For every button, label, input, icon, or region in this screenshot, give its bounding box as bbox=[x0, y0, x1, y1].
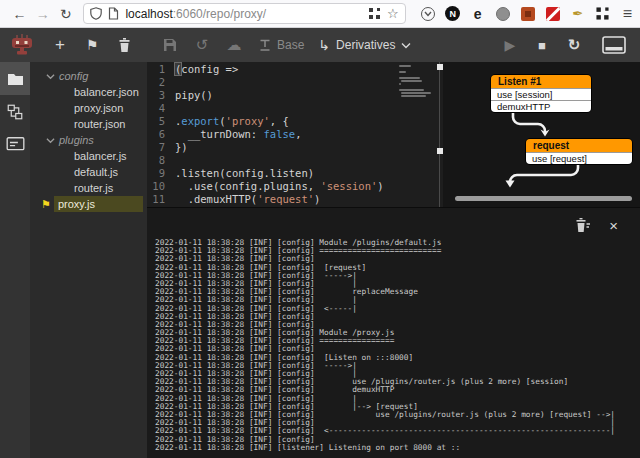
code-line[interactable]: 8 bbox=[147, 154, 437, 167]
restart-button[interactable]: ↻ bbox=[562, 33, 586, 57]
activity-rail bbox=[0, 62, 30, 458]
log-output: 2022-01-11 18:38:28 [INF] [config] Modul… bbox=[155, 239, 640, 458]
code-line[interactable]: 9.listen(config.listen) bbox=[147, 167, 437, 180]
flowchart-icon bbox=[6, 103, 24, 121]
tree-item[interactable]: router.json bbox=[30, 116, 147, 132]
upload-button[interactable]: ☁ bbox=[222, 33, 246, 57]
extension-grid[interactable] bbox=[595, 6, 611, 22]
branch-icon: ↳ bbox=[318, 37, 330, 53]
extension-blob[interactable] bbox=[495, 6, 511, 22]
flag-button[interactable]: ⚑ bbox=[80, 33, 104, 57]
clear-console-button[interactable] bbox=[574, 217, 591, 233]
code-lines: 1(config =>23pipy()45.export('proxy', {6… bbox=[147, 63, 437, 207]
code-line[interactable]: 4 bbox=[147, 102, 437, 115]
bookmark-star-icon[interactable]: ☆ bbox=[387, 7, 399, 20]
rail-tab-console[interactable] bbox=[0, 128, 30, 161]
save-button[interactable] bbox=[158, 33, 182, 57]
extension-shield[interactable] bbox=[420, 6, 436, 22]
tree-item[interactable]: default.js bbox=[30, 164, 147, 180]
diagram-node-row: use [request] bbox=[526, 152, 632, 164]
code-editor[interactable]: 1(config =>23pipy()45.export('proxy', {6… bbox=[147, 62, 437, 207]
console-window-icon bbox=[602, 36, 626, 54]
extension-red[interactable] bbox=[545, 6, 561, 22]
diagram-node-row: use [session] bbox=[491, 88, 591, 100]
app-toolbar: + ⚑ ↺ ☁ Base ↳ Derivatives ▶ ■ ↻ bbox=[0, 28, 640, 62]
file-tree: configbalancer.jsonproxy.jsonrouter.json… bbox=[30, 62, 147, 458]
diagram-node-2[interactable]: requestuse [request] bbox=[525, 138, 633, 165]
diagram-node-title: Listen #1 bbox=[491, 75, 591, 88]
folder-icon bbox=[7, 72, 24, 86]
stop-button[interactable]: ■ bbox=[530, 33, 554, 57]
shield-icon bbox=[90, 7, 102, 20]
save-icon bbox=[163, 38, 177, 52]
code-line[interactable]: 5.export('proxy', { bbox=[147, 115, 437, 128]
forward-button[interactable]: → bbox=[31, 3, 54, 25]
flag-icon: ⚑ bbox=[41, 199, 51, 210]
code-line[interactable]: 1(config => bbox=[147, 63, 437, 76]
back-button[interactable]: ← bbox=[8, 3, 31, 25]
play-button[interactable]: ▶ bbox=[498, 33, 522, 57]
page-icon bbox=[108, 7, 119, 20]
delete-button[interactable] bbox=[112, 33, 136, 57]
tree-item[interactable]: balancer.js bbox=[30, 148, 147, 164]
console-toggle-button[interactable] bbox=[600, 33, 628, 57]
url-bar[interactable]: localhost:6060/repo/proxy/ ☆ bbox=[83, 3, 405, 24]
extensions-row: N e ✒ bbox=[420, 6, 611, 22]
code-line[interactable]: 2 bbox=[147, 76, 437, 89]
tree-item-selected[interactable]: ⚑proxy.js bbox=[30, 196, 147, 212]
url-path: :6060/repo/proxy/ bbox=[173, 7, 266, 21]
close-console-button[interactable]: × bbox=[609, 218, 618, 233]
rail-tab-files[interactable] bbox=[0, 62, 30, 95]
app-logo-icon[interactable] bbox=[8, 33, 36, 57]
tree-item[interactable]: balancer.json bbox=[30, 84, 147, 100]
extension-quill[interactable]: ✒ bbox=[570, 6, 586, 22]
pipeline-diagram-panel: Listen #1use [session]demuxHTTP requestu… bbox=[443, 62, 640, 207]
code-line[interactable]: 11 .demuxHTTP('request') bbox=[147, 193, 437, 206]
code-line[interactable]: 7}) bbox=[147, 141, 437, 154]
code-line[interactable]: 6 __turnDown: false, bbox=[147, 128, 437, 141]
tree-section[interactable]: plugins bbox=[30, 132, 147, 148]
extension-e[interactable]: e bbox=[470, 6, 486, 22]
code-line[interactable]: 10 .use(config.plugins, 'session') bbox=[147, 180, 437, 193]
rail-tab-pipelines[interactable] bbox=[0, 95, 30, 128]
extension-n[interactable]: N bbox=[445, 6, 461, 22]
tree-item[interactable]: proxy.json bbox=[30, 100, 147, 116]
tree-item[interactable]: router.js bbox=[30, 180, 147, 196]
diagram-node-row: demuxHTTP bbox=[491, 100, 591, 112]
menu-button[interactable]: ≡ bbox=[623, 5, 632, 23]
code-line[interactable]: 3pipy() bbox=[147, 89, 437, 102]
reload-button[interactable]: ↻ bbox=[54, 3, 77, 25]
diagram-node-title: request bbox=[526, 139, 632, 152]
url-host: localhost bbox=[125, 7, 172, 21]
derivatives-dropdown[interactable]: ↳ Derivatives bbox=[318, 37, 411, 53]
browser-chrome: ← → ↻ localhost:6060/repo/proxy/ ☆ N e ✒… bbox=[0, 0, 640, 28]
trash-icon bbox=[118, 38, 131, 53]
diagram-scrollbar[interactable] bbox=[455, 196, 632, 201]
base-button[interactable]: Base bbox=[258, 38, 304, 52]
derivatives-label: Derivatives bbox=[336, 38, 395, 52]
base-label: Base bbox=[277, 38, 304, 52]
console-list-icon bbox=[6, 136, 25, 153]
console-panel: × 2022-01-11 18:38:28 [INF] [config] Mod… bbox=[147, 207, 640, 458]
diagram-node-1[interactable]: Listen #1use [session]demuxHTTP bbox=[490, 74, 592, 113]
containers-icon[interactable] bbox=[369, 8, 380, 19]
tree-section[interactable]: config bbox=[30, 68, 147, 84]
log-line: 2022-01-11 18:38:28 [INF] [listener] Lis… bbox=[155, 444, 640, 452]
undo-button[interactable]: ↺ bbox=[190, 33, 214, 57]
extension-orange[interactable] bbox=[520, 6, 536, 22]
new-file-button[interactable]: + bbox=[48, 33, 72, 57]
base-icon bbox=[258, 38, 272, 52]
chevron-down-icon bbox=[401, 42, 411, 49]
editor-minimap[interactable] bbox=[399, 65, 431, 101]
tree-item-label: proxy.js bbox=[54, 196, 143, 212]
url-text[interactable]: localhost:6060/repo/proxy/ bbox=[125, 7, 369, 21]
